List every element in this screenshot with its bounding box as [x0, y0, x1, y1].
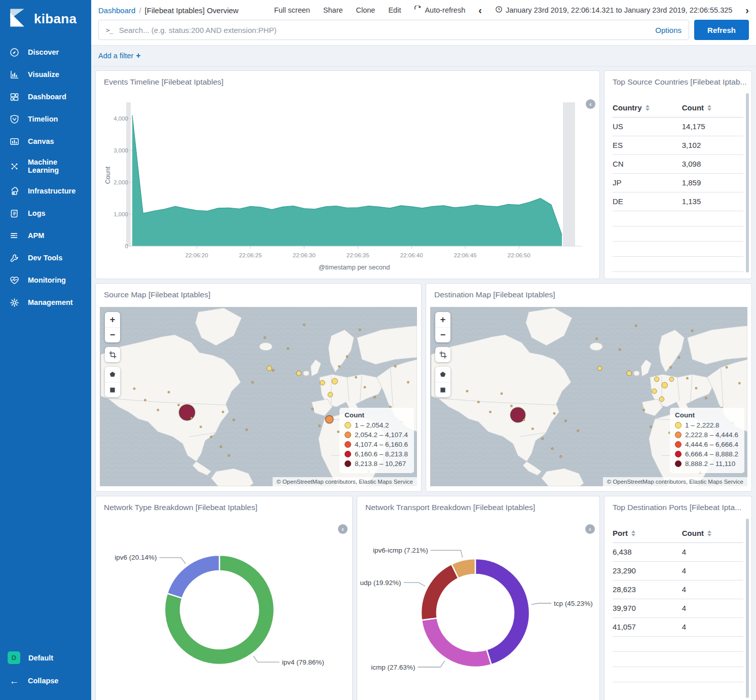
- column-header-count[interactable]: Count: [682, 529, 743, 537]
- sidebar-item-dashboard[interactable]: Dashboard: [0, 86, 91, 108]
- map-bubble: [332, 378, 338, 384]
- destination-map[interactable]: + − Count: [430, 307, 747, 486]
- time-forward-chevron[interactable]: ›: [745, 5, 749, 15]
- table-row-empty: [613, 257, 743, 272]
- svg-text:22:06:35: 22:06:35: [347, 252, 369, 258]
- draw-polygon-icon[interactable]: [105, 367, 120, 382]
- search-input[interactable]: [119, 26, 650, 34]
- edit-button[interactable]: Edit: [388, 6, 401, 14]
- fit-bounds-icon[interactable]: [435, 347, 450, 362]
- map-bubble: [373, 396, 375, 398]
- map-bubble: [133, 387, 135, 390]
- map-bubble: [669, 366, 671, 368]
- sidebar-item-label: Visualize: [28, 70, 59, 79]
- pie-slice-udp[interactable]: [421, 564, 459, 620]
- panel-title: Top Destination Ports [Filebeat Ipta...: [604, 496, 751, 512]
- zoom-out-button[interactable]: −: [435, 327, 450, 342]
- default-space-badge: D: [8, 651, 20, 664]
- map-bubble: [246, 429, 248, 431]
- sidebar-item-discover[interactable]: Discover: [0, 41, 91, 63]
- clone-button[interactable]: Clone: [356, 6, 375, 14]
- pie-label: tcp (45.23%): [554, 600, 593, 607]
- map-bubble: [355, 376, 357, 378]
- sidebar-item-logs[interactable]: Logs: [0, 202, 91, 224]
- sidebar-item-management[interactable]: Management: [0, 291, 91, 314]
- table-scrollbar[interactable]: [746, 93, 749, 273]
- map-legend: Count 1 – 2,054.22,054.2 – 4,107.44,107.…: [339, 408, 414, 473]
- legend-item: 4,444.6 – 6,666.4: [675, 440, 738, 449]
- share-button[interactable]: Share: [323, 6, 343, 14]
- legend-toggle-icon[interactable]: ‹: [586, 99, 595, 109]
- map-bubble: [157, 409, 159, 411]
- zoom-in-button[interactable]: +: [105, 312, 120, 327]
- map-bubble: [659, 397, 664, 402]
- discover-icon: [9, 47, 20, 58]
- time-range-picker[interactable]: January 23rd 2019, 22:06:14.321 to Janua…: [495, 6, 732, 15]
- source-map[interactable]: + − Count: [100, 307, 417, 486]
- pie-label: ipv4 (79.86%): [282, 658, 324, 666]
- draw-polygon-icon[interactable]: [435, 367, 450, 382]
- legend-item: 2,054.2 – 4,107.4: [345, 430, 408, 440]
- svg-text:2,000: 2,000: [114, 179, 128, 185]
- sidebar-item-default-space[interactable]: D Default: [0, 646, 91, 670]
- breadcrumb-separator: /: [139, 6, 141, 15]
- top-bar: Dashboard / [Filebeat Iptables] Overview…: [91, 0, 756, 45]
- panel-title: Top Source Countries [Filebeat Iptab...: [604, 71, 751, 87]
- pie-slice-ipv6[interactable]: [167, 555, 219, 598]
- zoom-out-button[interactable]: −: [105, 327, 120, 342]
- table-row: US14,175: [613, 118, 743, 136]
- add-filter-button[interactable]: Add a filter+: [98, 51, 141, 60]
- refresh-button[interactable]: Refresh: [694, 20, 749, 40]
- svg-text:1,000: 1,000: [114, 211, 128, 217]
- sidebar-item-infrastructure[interactable]: Infrastructure: [0, 180, 91, 202]
- sidebar-item-visualize[interactable]: Visualize: [0, 63, 91, 86]
- sidebar-item-label: Canvas: [28, 137, 54, 145]
- full-screen-button[interactable]: Full screen: [274, 6, 310, 14]
- map-bubble: [652, 388, 657, 394]
- fit-bounds-icon[interactable]: [105, 347, 120, 362]
- map-bubble: [678, 357, 680, 359]
- column-header-count[interactable]: Count: [682, 103, 743, 112]
- column-header-country[interactable]: Country: [613, 103, 682, 112]
- column-header-port[interactable]: Port: [613, 529, 682, 537]
- events-timeline-chart: 01,0002,0003,0004,00022:06:2022:06:2522:…: [101, 94, 595, 273]
- sidebar-collapse-button[interactable]: ← Collapse: [0, 670, 91, 692]
- pie-slice-icmp[interactable]: [422, 618, 492, 667]
- sidebar-item-dev-tools[interactable]: Dev Tools: [0, 247, 91, 269]
- breadcrumb-dashboard-link[interactable]: Dashboard: [98, 6, 135, 15]
- map-bubble: [346, 356, 348, 358]
- map-bubble: [191, 417, 193, 419]
- sidebar-item-machine-learning[interactable]: Machine Learning: [0, 152, 91, 180]
- legend-item: 4,107.4 – 6,160.6: [345, 440, 408, 449]
- table-row-empty: [613, 652, 743, 667]
- panel-title: Events Timeline [Filebeat Iptables]: [96, 71, 599, 87]
- sort-icon: [707, 530, 711, 536]
- sidebar-item-timelion[interactable]: Timelion: [0, 108, 91, 130]
- sidebar-item-label: Timelion: [28, 115, 58, 123]
- table-row-empty: [613, 667, 743, 682]
- table-row: DE1,135: [613, 192, 743, 211]
- kibana-logo[interactable]: kibana: [0, 0, 91, 38]
- query-options-link[interactable]: Options: [649, 26, 682, 34]
- sidebar-item-monitoring[interactable]: Monitoring: [0, 269, 91, 291]
- map-bubble: [501, 393, 503, 395]
- draw-rectangle-icon[interactable]: [435, 382, 450, 397]
- map-bubble: [662, 382, 668, 388]
- map-bubble: [739, 382, 741, 384]
- legend-toggle-icon[interactable]: ‹: [338, 524, 348, 534]
- time-back-chevron[interactable]: ‹: [478, 5, 482, 15]
- pie-label: udp (19.92%): [360, 579, 401, 587]
- draw-rectangle-icon[interactable]: [105, 382, 120, 397]
- pie-slice-tcp[interactable]: [475, 559, 530, 665]
- svg-text:Count: Count: [104, 166, 111, 184]
- table-scrollbar[interactable]: [746, 519, 749, 698]
- map-bubble: [320, 380, 325, 385]
- map-bubble: [296, 371, 301, 376]
- map-attribution: © OpenStreetMap contributors, Elastic Ma…: [273, 477, 417, 486]
- sidebar-item-canvas[interactable]: Canvas: [0, 130, 91, 152]
- sidebar-item-apm[interactable]: APM: [0, 224, 91, 247]
- legend-toggle-icon[interactable]: ‹: [585, 524, 595, 534]
- map-bubble: [654, 377, 659, 382]
- auto-refresh-button[interactable]: Auto-refresh: [414, 6, 465, 15]
- zoom-in-button[interactable]: +: [435, 312, 450, 327]
